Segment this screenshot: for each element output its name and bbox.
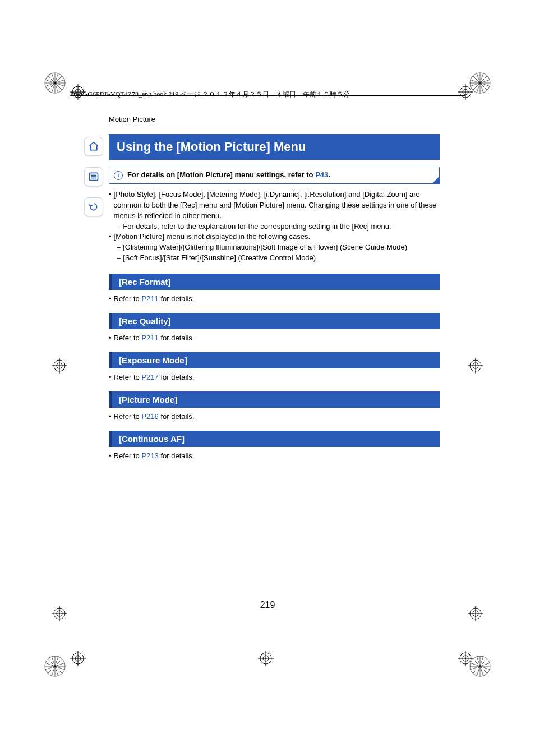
- page-link[interactable]: P216: [141, 412, 158, 421]
- registration-radial-icon: [44, 72, 66, 94]
- page-number: 219: [0, 600, 535, 610]
- ref-line: Refer to P211 for details.: [109, 334, 440, 342]
- sub-header-exposure-mode: [Exposure Mode]: [109, 352, 440, 368]
- ref-line: Refer to P211 for details.: [109, 294, 440, 303]
- sub-header-continuous-af: [Continuous AF]: [109, 431, 440, 447]
- sub-header-picture-mode: [Picture Mode]: [109, 391, 440, 408]
- page-content: Motion Picture Using the [Motion Picture…: [109, 109, 440, 460]
- book-file-header: DMC-G6PDF-VQT4Z78_eng.book 219 ページ ２０１３年…: [70, 90, 465, 99]
- intro-bullet-2: [Motion Picture] menu is not displayed i…: [109, 232, 440, 242]
- intro-bullet-1: [Photo Style], [Focus Mode], [Metering M…: [109, 190, 440, 222]
- registration-crosshair-icon: [52, 358, 67, 374]
- registration-radial-icon: [44, 655, 66, 677]
- back-button[interactable]: [84, 197, 103, 216]
- callout-text: For details on [Motion Picture] menu set…: [127, 170, 330, 179]
- breadcrumb: Motion Picture: [109, 115, 440, 123]
- side-nav: [84, 137, 103, 216]
- callout-link[interactable]: P43: [315, 170, 328, 179]
- intro-dash-3: [Soft Focus]/[Star Filter]/[Sunshine] (C…: [117, 253, 440, 264]
- intro-block: [Photo Style], [Focus Mode], [Metering M…: [109, 190, 440, 264]
- callout-box: i For details on [Motion Picture] menu s…: [109, 167, 440, 184]
- section-title: Using the [Motion Picture] Menu: [109, 134, 440, 160]
- home-button[interactable]: [84, 137, 103, 156]
- menu-button[interactable]: [84, 167, 103, 186]
- registration-crosshair-icon: [458, 651, 473, 666]
- registration-crosshair-icon: [258, 651, 274, 666]
- page-link[interactable]: P213: [141, 451, 158, 460]
- sub-header-rec-quality: [Rec Quality]: [109, 313, 440, 329]
- ref-line: Refer to P213 for details.: [109, 451, 440, 460]
- header-rule: [70, 95, 465, 96]
- home-icon: [88, 141, 99, 152]
- registration-crosshair-icon: [70, 651, 86, 666]
- ref-line: Refer to P217 for details.: [109, 373, 440, 381]
- page-link[interactable]: P211: [141, 294, 158, 303]
- intro-dash-1: For details, refer to the explanation fo…: [117, 222, 440, 232]
- sub-header-rec-format: [Rec Format]: [109, 274, 440, 290]
- registration-crosshair-icon: [468, 358, 483, 374]
- back-icon: [88, 201, 99, 213]
- menu-icon: [88, 171, 99, 182]
- ref-line: Refer to P216 for details.: [109, 412, 440, 421]
- book-file-text: DMC-G6PDF-VQT4Z78_eng.book 219 ページ ２０１３年…: [70, 90, 350, 98]
- page-link[interactable]: P211: [141, 334, 158, 342]
- info-icon: i: [114, 171, 123, 180]
- page-link[interactable]: P217: [141, 373, 158, 381]
- intro-dash-2: [Glistening Water]/[Glittering Illuminat…: [117, 242, 440, 253]
